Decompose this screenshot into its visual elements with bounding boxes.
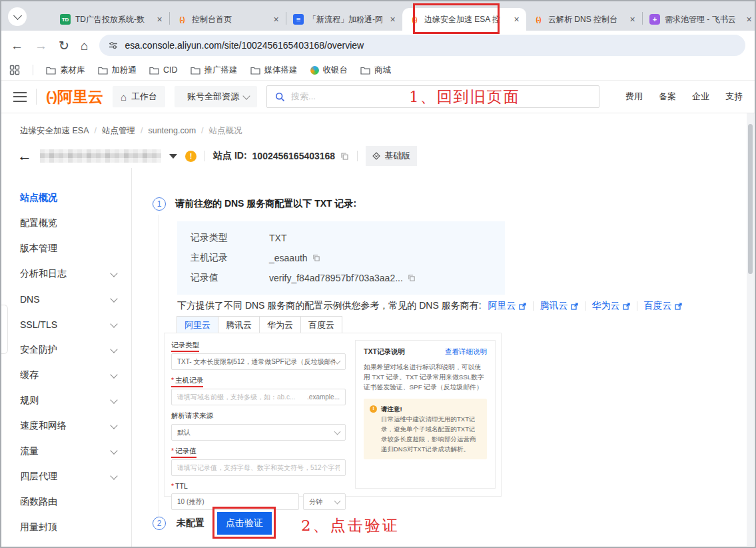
back-icon[interactable]: ← [11,39,23,52]
breadcrumb-item[interactable]: 站点管理 [102,125,135,137]
esa-console: 边缘安全加速 ESA/站点管理/sunteng.com/站点概况 ← ! 站点 … [1,113,755,547]
sidebar-item-label: 缓存 [20,369,39,381]
sidebar-item[interactable]: 速度和网络 [1,413,131,439]
tab-close-icon[interactable]: × [154,14,165,25]
aliyun-header: (-) 阿里云 ⌂ 工作台 账号全部资源 搜索... 1、回到旧页面 费用备案企… [1,80,755,113]
site-settings-icon[interactable] [109,41,118,50]
sidebar-item[interactable]: 版本管理 [1,236,131,261]
breadcrumb-item[interactable]: sunteng.com [148,126,196,135]
sidebar-collapse-handle[interactable] [1,305,8,354]
plan-badge: 基础版 [366,146,417,166]
bookmark-item[interactable]: 素材库 [46,65,85,76]
sidebar-item[interactable]: 规则 [1,388,131,413]
reload-icon[interactable]: ↻ [59,39,69,52]
record-type-value: TXT- 文本长度限制512，通常做SPF记录（反垃圾邮件） [177,357,335,367]
tab-title: 边缘安全加速 ESA 控 [424,14,506,25]
provider-link[interactable]: 腾讯云 [540,300,578,312]
sidebar-item-label: 版本管理 [20,243,57,255]
home-icon: ⌂ [121,92,127,102]
copy-icon[interactable] [408,274,416,282]
sidebar-item[interactable]: 安全防护 [1,337,131,363]
aliyun-logo[interactable]: (-) 阿里云 [46,87,103,107]
provider-tab[interactable]: 华为云 [259,316,301,334]
provider-link[interactable]: 阿里云 [488,300,526,312]
sidebar-item[interactable]: SSL/TLS [1,312,131,337]
txt-record-table: 记录类型TXT主机记录_esaauth记录值verify_f84ad78957b… [177,221,505,295]
divider [357,151,358,161]
browser-tab[interactable]: (-)边缘安全加速 ESA 控× [402,8,526,31]
tab-close-icon[interactable]: × [387,14,398,25]
tab-close-icon[interactable]: × [743,14,755,25]
copy-icon[interactable] [312,254,320,262]
home-icon[interactable]: ⌂ [81,39,88,52]
sidebar-item[interactable]: 分析和日志 [1,261,131,287]
site-id: 站点 ID: 1002456165403168 [213,150,349,162]
tab-separator [169,12,170,25]
verify-button[interactable]: 点击验证 [217,512,272,535]
breadcrumb-separator: / [95,126,97,135]
browser-tab[interactable]: ≡「新流程」加粉通-阿× [286,8,402,31]
divider [204,151,205,161]
tab-close-icon[interactable]: × [511,14,522,25]
chevron-down-icon [334,498,341,505]
copy-icon[interactable] [340,152,349,161]
apps-grid-icon[interactable] [9,65,20,75]
record-row: 记录值verify_f84ad78957bf703a3aa2... [190,268,492,288]
separator [585,301,585,311]
folder-icon [190,66,200,75]
scrollbar-thumb[interactable] [748,124,753,274]
bookmark-item[interactable]: 加粉通 [98,65,137,76]
header-nav-item[interactable]: 企业 [692,91,709,103]
sidebar-item[interactable]: 四层代理 [1,464,131,489]
sidebar-item[interactable]: 配置概览 [1,211,131,236]
provider-link[interactable]: 百度云 [644,300,682,312]
browser-tab[interactable]: +需求池管理 - 飞书云× [643,8,756,31]
header-nav-item[interactable]: 支持 [725,91,743,103]
sidebar-item[interactable]: 缓存 [1,363,131,388]
site-switcher-caret-icon[interactable] [169,154,177,159]
workbench-button[interactable]: ⌂ 工作台 [113,86,165,107]
tab-close-icon[interactable]: × [627,14,638,25]
sidebar-item[interactable]: 用量封顶 [1,515,131,540]
tab-close-icon[interactable]: × [270,14,282,25]
forward-icon[interactable]: → [35,39,47,52]
provider-tabs: 阿里云腾讯云华为云百度云 [177,316,342,334]
page-scrollbar[interactable] [747,113,754,546]
bookmark-item[interactable]: 收银台 [310,65,348,76]
sidebar-item-label: 配置概览 [20,217,57,229]
address-bar[interactable]: esa.console.aliyun.com/site/100245616540… [99,35,745,56]
back-arrow-icon[interactable]: ← [17,149,32,163]
provider-tab[interactable]: 腾讯云 [218,316,260,334]
provider-link[interactable]: 华为云 [592,300,630,312]
chevron-down-icon [110,320,117,327]
bookmark-item[interactable]: 商城 [360,65,391,76]
bookmark-item[interactable]: 媒体搭建 [250,65,298,76]
sidebar-item[interactable]: 流量 [1,439,131,464]
bookmark-label: 商城 [374,65,391,76]
provider-tab[interactable]: 百度云 [300,316,342,334]
tab-search-button[interactable] [8,7,27,26]
sidebar-item[interactable]: 函数路由 [1,489,131,515]
breadcrumb-item[interactable]: 边缘安全加速 ESA [20,125,89,137]
browser-tab[interactable]: (-)云解析 DNS 控制台× [526,8,642,31]
breadcrumb: 边缘安全加速 ESA/站点管理/sunteng.com/站点概况 [1,113,755,136]
browser-tab[interactable]: TDTD广告投放系统-数× [53,8,169,31]
sidebar-item[interactable]: 站点概况 [1,185,131,211]
header-nav-item[interactable]: 备案 [659,91,676,103]
provider-tab[interactable]: 阿里云 [177,316,218,334]
site-id-value: 1002456165403168 [252,151,336,161]
header-nav-item[interactable]: 费用 [625,91,643,103]
console-body: 站点概况配置概览版本管理分析和日志DNSSSL/TLS安全防护缓存规则速度和网络… [1,168,755,547]
bookmark-item[interactable]: 推广搭建 [190,65,238,76]
bookmark-item[interactable]: CID [149,65,178,76]
sidebar-item-label: 用量封顶 [20,521,57,533]
plan-badge-label: 基础版 [384,150,410,162]
menu-icon[interactable] [13,92,27,102]
browser-tab[interactable]: (-)控制台首页× [170,8,286,31]
step-2-number: 2 [153,517,166,530]
td-favicon-icon: TD [60,14,71,25]
breadcrumb-item[interactable]: 站点概况 [209,125,242,137]
account-resources-dropdown[interactable]: 账号全部资源 [175,86,257,107]
ttl-input: 10 (推荐) [171,493,299,510]
sidebar-item[interactable]: DNS [1,287,131,312]
